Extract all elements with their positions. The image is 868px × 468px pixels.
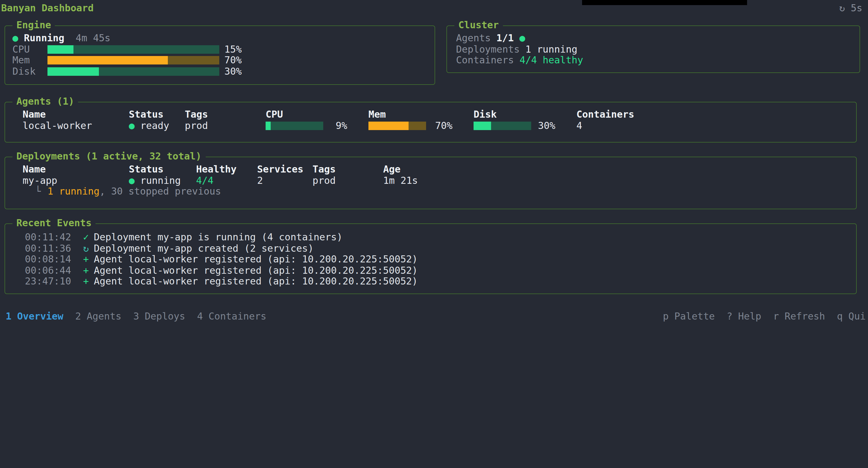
cluster-containers-label: Containers bbox=[456, 55, 514, 66]
agents-header-disk: Disk bbox=[473, 109, 497, 120]
deployment-history-subrow: └ 1 running, 30 stopped previous bbox=[5, 186, 856, 197]
cpu-label: CPU bbox=[12, 44, 48, 55]
agents-header-cpu: CPU bbox=[266, 109, 283, 120]
engine-status-line: ● Running 4m 45s bbox=[5, 33, 435, 44]
deployments-panel: Deployments (1 active, 32 total) Name St… bbox=[4, 157, 857, 209]
tab-deploys[interactable]: 3 Deploys bbox=[133, 311, 185, 322]
deployment-history-separator: , bbox=[99, 185, 111, 197]
cluster-containers-row: Containers 4/4 healthy bbox=[447, 55, 860, 66]
recent-events-panel: Recent Events 00:11:42 ✓ Deployment my-a… bbox=[4, 224, 857, 294]
agent-status: ● ready bbox=[129, 120, 169, 131]
check-icon: ✓ bbox=[83, 232, 89, 243]
agent-disk-meter bbox=[473, 122, 531, 130]
disk-meter bbox=[48, 67, 219, 76]
deployment-healthy: 4/4 bbox=[196, 175, 213, 186]
agent-tags: prod bbox=[185, 120, 208, 131]
cpu-meter-fill bbox=[48, 45, 73, 54]
agents-header-name: Name bbox=[23, 109, 46, 120]
cluster-deployments-label: Deployments bbox=[456, 44, 520, 55]
event-timestamp: 23:47:10 bbox=[25, 276, 71, 287]
event-row[interactable]: 00:06:44 + Agent local-worker registered… bbox=[5, 265, 856, 276]
cluster-panel: Cluster Agents 1/1 ● Deployments 1 runni… bbox=[446, 25, 860, 73]
engine-panel: Engine ● Running 4m 45s CPU 15% Mem 70% … bbox=[4, 25, 435, 85]
deployments-header-row: Name Status Healthy Services Tags Age bbox=[5, 164, 856, 175]
footer-tabs: 1 Overview 2 Agents 3 Deploys 4 Containe… bbox=[6, 311, 267, 322]
refresh-indicator: ↻ 5s bbox=[839, 3, 862, 14]
deployment-status-dot-icon: ● bbox=[129, 175, 135, 186]
agents-header-containers: Containers bbox=[577, 109, 634, 120]
action-palette-key: p bbox=[663, 311, 669, 322]
agent-disk-meter-fill bbox=[473, 122, 491, 130]
event-row[interactable]: 23:47:10 + Agent local-worker registered… bbox=[5, 276, 856, 287]
deployment-history-text: 1 running, 30 stopped previous bbox=[48, 186, 221, 197]
engine-uptime: 4m 45s bbox=[76, 33, 111, 44]
deployments-header-status: Status bbox=[129, 164, 164, 175]
agents-header-status: Status bbox=[129, 109, 164, 120]
mem-label: Mem bbox=[12, 55, 48, 66]
tab-overview-label: Overview bbox=[17, 311, 64, 322]
deployment-stopped-count: 30 stopped previous bbox=[111, 185, 221, 197]
tab-agents[interactable]: 2 Agents bbox=[75, 311, 121, 322]
engine-disk-row: Disk 30% bbox=[5, 66, 435, 77]
agent-cpu-meter bbox=[266, 122, 323, 130]
agent-mem-meter-fill bbox=[368, 122, 409, 130]
engine-cpu-row: CPU 15% bbox=[5, 44, 435, 55]
agents-header-tags: Tags bbox=[185, 109, 208, 120]
plus-icon: + bbox=[83, 276, 89, 287]
event-row[interactable]: 00:08:14 + Agent local-worker registered… bbox=[5, 254, 856, 265]
tree-branch-icon: └ bbox=[35, 186, 41, 197]
agent-cpu-percent: 9% bbox=[336, 120, 347, 131]
action-refresh-label: Refresh bbox=[785, 311, 825, 322]
cpu-meter bbox=[48, 45, 219, 54]
deployment-tags: prod bbox=[312, 175, 336, 186]
agent-mem-cell bbox=[368, 120, 426, 131]
agent-status-dot-icon: ● bbox=[129, 120, 135, 131]
action-refresh-key: r bbox=[773, 311, 779, 322]
agent-table-row[interactable]: local-worker ● ready prod 9% 70% bbox=[5, 120, 856, 131]
action-quit[interactable]: q Qui bbox=[837, 311, 866, 322]
deployment-services: 2 bbox=[257, 175, 263, 186]
agent-status-text: ready bbox=[141, 120, 169, 131]
engine-status-dot-icon: ● bbox=[12, 33, 19, 44]
mem-meter bbox=[48, 56, 219, 65]
deployment-status: ● running bbox=[129, 175, 181, 186]
tab-containers-key: 4 bbox=[197, 311, 203, 322]
tab-deploys-label: Deploys bbox=[145, 311, 185, 322]
event-message: Agent local-worker registered (api: 10.2… bbox=[94, 276, 417, 287]
agent-containers-count: 4 bbox=[577, 120, 582, 131]
action-help[interactable]: ? Help bbox=[727, 311, 761, 322]
deployments-panel-title: Deployments (1 active, 32 total) bbox=[12, 151, 206, 162]
mem-meter-fill bbox=[48, 56, 168, 65]
tab-agents-label: Agents bbox=[87, 311, 122, 322]
deployment-running-count: 1 running bbox=[48, 185, 99, 197]
cluster-deployments-value: 1 running bbox=[525, 44, 577, 55]
event-timestamp: 00:11:42 bbox=[25, 232, 71, 243]
agents-header-row: Name Status Tags CPU Mem Disk Containers bbox=[5, 109, 856, 120]
mem-percent: 70% bbox=[224, 55, 242, 66]
app-title: Banyan Dashboard bbox=[1, 3, 94, 14]
cluster-agents-label: Agents bbox=[456, 33, 491, 44]
cluster-deployments-row: Deployments 1 running bbox=[447, 44, 860, 55]
action-help-key: ? bbox=[727, 311, 733, 322]
event-timestamp: 00:06:44 bbox=[25, 265, 71, 276]
deployment-age: 1m 21s bbox=[383, 175, 418, 186]
plus-icon: + bbox=[83, 254, 89, 265]
engine-mem-row: Mem 70% bbox=[5, 55, 435, 66]
agents-panel: Agents (1) Name Status Tags CPU Mem Disk… bbox=[4, 102, 857, 143]
deployments-header-name: Name bbox=[23, 164, 46, 175]
tab-containers-label: Containers bbox=[209, 311, 267, 322]
tab-containers[interactable]: 4 Containers bbox=[197, 311, 266, 322]
tab-overview-key: 1 bbox=[6, 311, 11, 322]
action-palette-label: Palette bbox=[675, 311, 715, 322]
event-timestamp: 00:11:36 bbox=[25, 243, 71, 254]
action-palette[interactable]: p Palette bbox=[663, 311, 715, 322]
event-timestamp: 00:08:14 bbox=[25, 254, 71, 265]
tab-overview[interactable]: 1 Overview bbox=[6, 311, 63, 322]
action-refresh[interactable]: r Refresh bbox=[773, 311, 825, 322]
event-row[interactable]: 00:11:42 ✓ Deployment my-app is running … bbox=[5, 232, 856, 243]
event-row[interactable]: 00:11:36 ↻ Deployment my-app created (2 … bbox=[5, 243, 856, 254]
deployment-table-row[interactable]: my-app ● running 4/4 2 prod 1m 21s bbox=[5, 175, 856, 186]
footer-actions: p Palette ? Help r Refresh q Qui bbox=[663, 311, 866, 322]
recent-events-panel-title: Recent Events bbox=[12, 218, 95, 229]
cluster-agents-row: Agents 1/1 ● bbox=[447, 33, 860, 44]
